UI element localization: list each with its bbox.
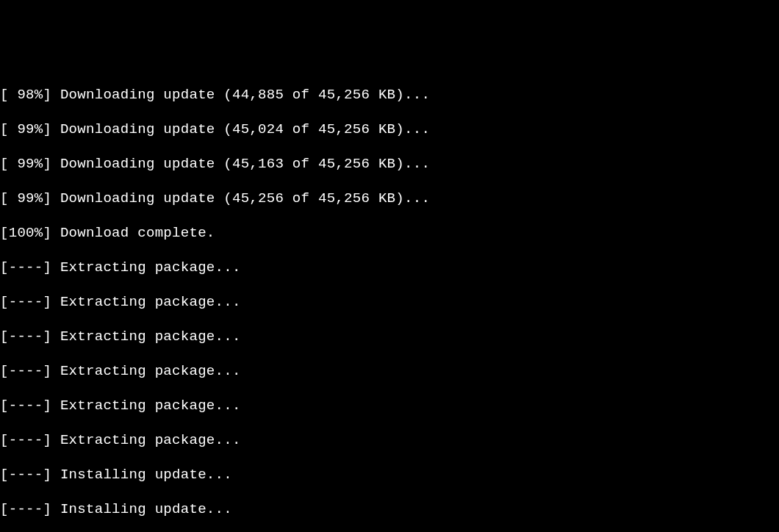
terminal-line: [----] Installing update... xyxy=(0,467,779,484)
terminal-line: [----] Installing update... xyxy=(0,501,779,519)
terminal-line: [100%] Download complete. xyxy=(0,225,779,242)
terminal-line: [ 99%] Downloading update (45,024 of 45,… xyxy=(0,121,779,139)
terminal-line: [ 98%] Downloading update (44,885 of 45,… xyxy=(0,87,779,104)
terminal-line: [ 99%] Downloading update (45,163 of 45,… xyxy=(0,156,779,173)
terminal-line: [----] Extracting package... xyxy=(0,259,779,277)
terminal-line: [----] Extracting package... xyxy=(0,432,779,450)
terminal-line: [----] Extracting package... xyxy=(0,294,779,312)
terminal-line: [----] Extracting package... xyxy=(0,398,779,415)
terminal-line: [ 99%] Downloading update (45,256 of 45,… xyxy=(0,190,779,208)
terminal-output[interactable]: [ 98%] Downloading update (44,885 of 45,… xyxy=(0,69,779,532)
terminal-line: [----] Extracting package... xyxy=(0,363,779,381)
terminal-line: [----] Extracting package... xyxy=(0,328,779,346)
